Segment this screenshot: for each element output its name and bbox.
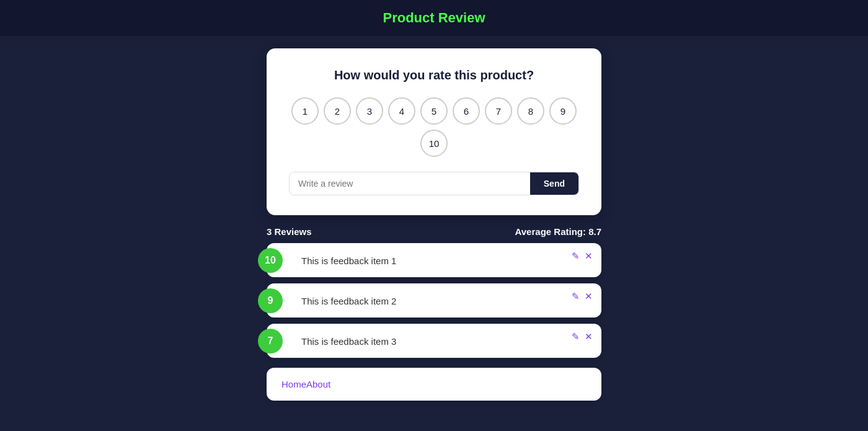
delete-icon-2[interactable]: ✕ [585,291,593,302]
app-header: Product Review [0,0,868,36]
edit-icon-3[interactable]: ✎ [572,331,580,342]
feedback-actions-3: ✎✕ [572,331,593,342]
feedback-text-1: This is feedback item 1 [301,255,589,266]
rating-btn-3[interactable]: 3 [356,97,383,125]
rating-btn-10[interactable]: 10 [420,130,448,157]
edit-icon-1[interactable]: ✎ [572,251,580,262]
rating-question: How would you rate this product? [289,68,579,82]
average-rating: Average Rating: 8.7 [515,226,602,237]
feedback-list: 10✎✕This is feedback item 19✎✕This is fe… [267,243,601,364]
send-button[interactable]: Send [530,172,578,195]
feedback-actions-2: ✎✕ [572,291,593,302]
rating-btn-2[interactable]: 2 [324,97,351,125]
rating-buttons: 12345678910 [289,97,579,157]
review-card: How would you rate this product? 1234567… [267,48,601,215]
feedback-actions-1: ✎✕ [572,251,593,262]
feedback-badge-3: 7 [258,329,283,353]
feedback-text-3: This is feedback item 3 [301,336,589,347]
feedback-badge-2: 9 [258,288,283,313]
feedback-text-2: This is feedback item 2 [301,296,589,306]
review-input-row: Send [289,172,579,195]
rating-btn-9[interactable]: 9 [549,97,577,125]
rating-btn-4[interactable]: 4 [388,97,415,125]
rating-btn-5[interactable]: 5 [420,97,448,125]
footer-link-about[interactable]: About [306,379,330,389]
rating-btn-7[interactable]: 7 [485,97,512,125]
reviews-count: 3 Reviews [267,226,312,237]
feedback-item-3: 7✎✕This is feedback item 3 [267,324,601,358]
edit-icon-2[interactable]: ✎ [572,291,580,302]
rating-btn-6[interactable]: 6 [453,97,480,125]
rating-btn-8[interactable]: 8 [517,97,544,125]
review-input[interactable] [290,172,530,195]
footer-card: HomeAbout [267,368,601,401]
main-content: How would you rate this product? 1234567… [0,36,868,413]
footer-link-home[interactable]: Home [281,379,306,389]
feedback-badge-1: 10 [258,248,283,273]
reviews-meta: 3 Reviews Average Rating: 8.7 [267,226,601,237]
footer-links: HomeAbout [281,379,587,389]
app-title: Product Review [383,10,485,25]
feedback-item-1: 10✎✕This is feedback item 1 [267,243,601,277]
rating-btn-1[interactable]: 1 [291,97,319,125]
delete-icon-3[interactable]: ✕ [585,331,593,342]
delete-icon-1[interactable]: ✕ [585,251,593,262]
feedback-item-2: 9✎✕This is feedback item 2 [267,283,601,318]
